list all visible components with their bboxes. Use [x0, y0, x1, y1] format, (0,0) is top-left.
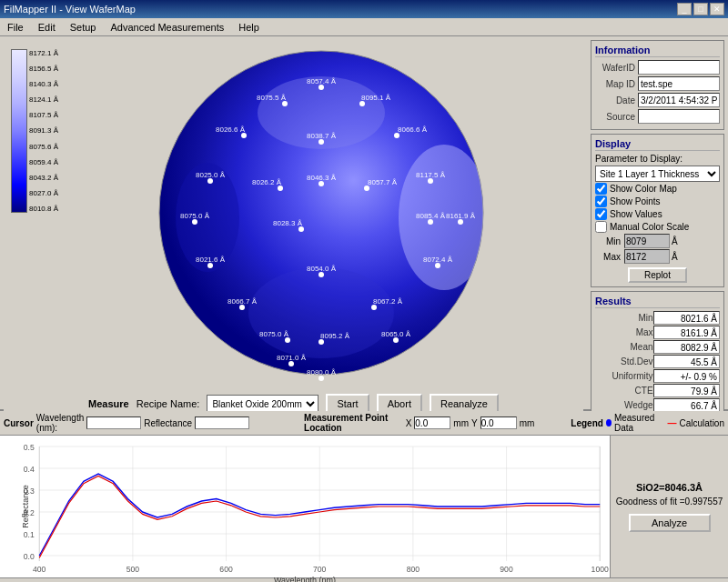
spectrum-chart[interactable]: Reflectance 0.5 0.4 0.3 [0, 436, 610, 577]
result-wedge-label: Wedge [595, 400, 653, 410]
wavelength-input[interactable] [86, 416, 141, 429]
x-unit: mm [453, 418, 469, 428]
menu-setup[interactable]: Setup [66, 20, 100, 35]
minimize-button[interactable]: _ [677, 3, 692, 15]
svg-text:8075.5 Å: 8075.5 Å [257, 94, 287, 102]
sio2-value: 8046.3 [664, 482, 695, 493]
recipe-select[interactable]: Blanket Oxide 200mm [207, 395, 318, 413]
gof-result: Goodness of fit =0.997557 [616, 497, 723, 507]
info-section: Information WaferID Map ID Date Source [591, 40, 724, 130]
menu-edit[interactable]: Edit [35, 20, 59, 35]
manual-color-label: Manual Color Scale [610, 222, 689, 232]
menu-help[interactable]: Help [235, 20, 263, 35]
svg-text:8071.0 Å: 8071.0 Å [277, 354, 307, 362]
calc-dash: — [668, 418, 677, 428]
result-min-label: Min [595, 313, 653, 323]
show-values-checkbox[interactable] [595, 208, 607, 220]
gof-value: 0.997557 [685, 497, 723, 507]
svg-text:8072.4 Å: 8072.4 Å [423, 256, 453, 264]
svg-text:8065.0 Å: 8065.0 Å [381, 330, 411, 338]
svg-text:900: 900 [500, 565, 512, 575]
svg-text:8085.4 Å: 8085.4 Å [416, 212, 446, 220]
analyze-button[interactable]: Analyze [629, 514, 711, 532]
window-controls[interactable]: _ □ ✕ [677, 3, 724, 15]
min-unit: Å [672, 236, 678, 246]
color-label-4: 8107.5 Å [29, 111, 58, 119]
wafer-id-input[interactable] [638, 60, 720, 75]
svg-text:800: 800 [407, 565, 420, 575]
svg-text:8095.2 Å: 8095.2 Å [320, 332, 350, 340]
gof-label: Goodness of fit = [616, 497, 685, 507]
replot-button[interactable]: Replot [628, 267, 687, 283]
svg-text:600: 600 [219, 565, 232, 575]
title-bar: FilMapper II - View WaferMap _ □ ✕ [0, 0, 728, 18]
map-id-input[interactable] [638, 76, 720, 91]
color-labels: 8172.1 Å 8156.5 Å 8140.3 Å 8124.1 Å 8107… [29, 49, 58, 213]
show-points-row: Show Points [595, 196, 720, 207]
y-input[interactable] [480, 416, 517, 429]
manual-color-checkbox[interactable] [595, 221, 607, 233]
svg-text:8066.7 Å: 8066.7 Å [228, 297, 258, 306]
wafer-id-row: WaferID [595, 60, 720, 75]
color-label-3: 8124.1 Å [29, 95, 58, 104]
svg-text:0.1: 0.1 [24, 529, 35, 539]
show-colormap-row: Show Color Map [595, 183, 720, 195]
result-stddev: Std.Dev 45.5 Å [595, 355, 720, 368]
show-points-checkbox[interactable] [595, 196, 607, 207]
sio2-result: SiO2=8046.3Å [636, 482, 703, 493]
result-cte-value: 79.9 Å [653, 384, 720, 397]
result-wedge-value: 66.7 Å [653, 398, 720, 412]
show-points-label: Show Points [610, 196, 661, 206]
display-title: Display [595, 138, 720, 151]
info-title: Information [595, 45, 720, 57]
x-input[interactable] [414, 416, 450, 429]
map-id-label: Map ID [595, 79, 635, 89]
svg-text:0.0: 0.0 [24, 551, 35, 561]
svg-text:8038.7 Å: 8038.7 Å [307, 132, 337, 140]
color-label-9: 8027.0 Å [29, 189, 58, 197]
param-select[interactable]: Site 1 Layer 1 Thickness [595, 166, 720, 182]
close-button[interactable]: ✕ [710, 3, 724, 15]
reflectance-label: Reflectance [144, 418, 192, 428]
svg-text:0.4: 0.4 [24, 464, 35, 474]
min-input[interactable] [624, 234, 670, 248]
date-row: Date [595, 93, 720, 107]
svg-text:8021.6 Å: 8021.6 Å [196, 256, 226, 264]
color-label-6: 8075.6 Å [29, 143, 58, 151]
source-label: Source [595, 112, 635, 122]
svg-text:0.5: 0.5 [24, 442, 35, 452]
source-input[interactable] [638, 109, 720, 124]
color-bar [11, 49, 27, 213]
spectrum-section: Cursor Wavelength (nm): Reflectance Meas… [0, 409, 728, 577]
reflectance-input[interactable] [195, 416, 249, 429]
svg-text:8066.6 Å: 8066.6 Å [398, 125, 428, 134]
max-row: Max Å [595, 249, 720, 264]
svg-text:8075.0 Å: 8075.0 Å [180, 212, 210, 220]
svg-text:8046.3 Å: 8046.3 Å [307, 174, 337, 182]
menu-file[interactable]: File [4, 20, 27, 35]
show-colormap-checkbox[interactable] [595, 183, 607, 195]
max-input[interactable] [624, 249, 670, 264]
recipe-label: Recipe Name: [136, 398, 200, 409]
show-colormap-label: Show Color Map [610, 184, 677, 194]
svg-text:8025.0 Å: 8025.0 Å [196, 171, 226, 179]
measurement-point-group: Measurement Point Location X mm Y mm [304, 413, 534, 433]
y-axis-label: Reflectance [21, 485, 30, 528]
date-input[interactable] [638, 93, 720, 107]
svg-text:8057.7 Å: 8057.7 Å [368, 178, 398, 186]
svg-text:8028.3 Å: 8028.3 Å [273, 219, 303, 227]
menu-advanced[interactable]: Advanced Measurements [106, 20, 228, 35]
spectrum-right-panel: SiO2=8046.3Å Goodness of fit =0.997557 A… [610, 436, 728, 577]
maximize-button[interactable]: □ [693, 3, 708, 15]
date-label: Date [595, 95, 635, 105]
svg-text:8075.0 Å: 8075.0 Å [259, 330, 289, 338]
measured-dot [606, 419, 612, 426]
right-panel: Information WaferID Map ID Date Source D… [587, 36, 728, 409]
sio2-unit: Å [695, 482, 703, 493]
svg-text:700: 700 [313, 565, 326, 575]
x-label: X [406, 418, 412, 428]
legend-title: Legend [571, 418, 603, 428]
wafer-map-svg[interactable]: 8057.4 Å 8075.5 Å 8095.1 Å 8026.6 Å 8038… [153, 40, 490, 390]
results-title: Results [595, 296, 720, 308]
svg-text:8026.2 Å: 8026.2 Å [252, 178, 282, 186]
